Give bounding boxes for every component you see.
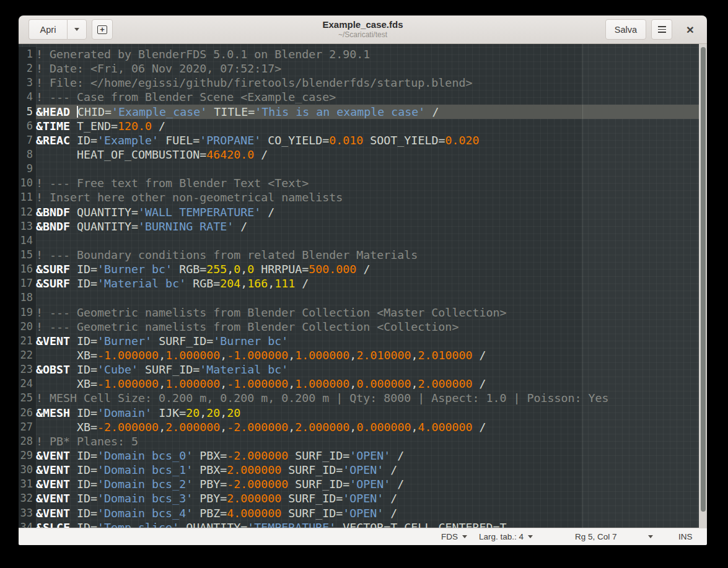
code-line[interactable]: 4! --- Case from Blender Scene <Example_… [19,90,707,104]
code-text: XB=-1.000000,1.000000,-1.000000,1.000000… [36,377,707,391]
code-text: &OBST ID='Cube' SURF_ID='Material bc' [36,362,707,377]
code-line[interactable]: 14 [19,234,707,248]
code-line[interactable]: 3! File: </home/egissi/github/firetools/… [19,76,707,90]
line-number: 5 [19,105,36,119]
headerbar: Apri + Example_case.fds ~/Scaricati/test… [19,15,707,44]
code-text: &VENT ID='Domain bcs_4' PBZ=4.000000 SUR… [36,506,707,520]
code-text: ! --- Geometric namelists from Blender C… [36,305,707,320]
tab-width-label: Larg. tab.: 4 [479,532,524,541]
line-number: 32 [19,491,36,505]
code-text: &REAC ID='Example' FUEL='PROPANE' CO_YIE… [36,133,707,147]
code-line[interactable]: 33&VENT ID='Domain bcs_4' PBZ=4.000000 S… [19,506,707,520]
code-line[interactable]: 18 [19,291,707,305]
title-block: Example_case.fds ~/Scaricati/test [19,19,707,40]
line-number: 33 [19,506,36,520]
code-text: &BNDF QUANTITY='WALL TEMPERATURE' / [36,205,707,219]
code-text: XB=-1.000000,1.000000,-1.000000,1.000000… [36,348,707,362]
line-number: 19 [19,305,36,320]
code-line[interactable]: 23&OBST ID='Cube' SURF_ID='Material bc' [19,362,707,377]
code-line[interactable]: 34&SLCF ID='Temp slice' QUANTITY='TEMPER… [19,520,707,528]
code-line[interactable]: 6&TIME T_END=120.0 / [19,119,707,133]
code-line[interactable]: 32&VENT ID='Domain bcs_3' PBY=2.000000 S… [19,491,707,505]
line-number: 4 [19,90,36,104]
code-text: &MESH ID='Domain' IJK=20,20,20 [36,406,707,420]
code-text: &VENT ID='Domain bcs_0' PBX=-2.000000 SU… [36,448,707,463]
open-button[interactable]: Apri [29,19,67,40]
line-number: 28 [19,434,36,448]
text-editor-window: Apri + Example_case.fds ~/Scaricati/test… [19,15,707,545]
chevron-down-icon [462,535,467,538]
scrollbar-thumb[interactable] [701,47,706,512]
close-icon: × [686,23,694,36]
line-number: 1 [19,47,36,61]
statusbar: FDS Larg. tab.: 4 Rg 5, Col 7 INS [19,528,707,545]
position-dropdown[interactable] [648,528,653,545]
code-line[interactable]: 25! MESH Cell Size: 0.200 m, 0.200 m, 0.… [19,391,707,405]
code-line[interactable]: 20! --- Geometric namelists from Blender… [19,320,707,334]
save-button[interactable]: Salva [605,19,646,40]
code-line[interactable]: 10! --- Free text from Blender Text <Tex… [19,176,707,190]
code-line[interactable]: 9 [19,162,707,176]
line-number: 22 [19,348,36,362]
code-text: &SURF ID='Material bc' RGB=204,166,111 / [36,276,707,291]
language-selector[interactable]: FDS [441,528,467,545]
code-text: ! MESH Cell Size: 0.200 m, 0.200 m, 0.20… [36,391,707,405]
code-line[interactable]: 27 XB=-2.000000,2.000000,-2.000000,2.000… [19,420,707,434]
code-line[interactable]: 17&SURF ID='Material bc' RGB=204,166,111… [19,276,707,291]
code-line[interactable]: 24 XB=-1.000000,1.000000,-1.000000,1.000… [19,377,707,391]
code-line[interactable]: 13&BNDF QUANTITY='BURNING RATE' / [19,219,707,234]
code-text: ! --- Geometric namelists from Blender C… [36,320,707,334]
code-line[interactable]: 31&VENT ID='Domain bcs_2' PBY=-2.000000 … [19,477,707,491]
line-number: 27 [19,420,36,434]
code-line[interactable]: 30&VENT ID='Domain bcs_1' PBX=2.000000 S… [19,463,707,477]
close-button[interactable]: × [681,19,699,40]
editor[interactable]: 1! Generated by BlenderFDS 5.0.1 on Blen… [19,44,707,528]
cursor-position[interactable]: Rg 5, Col 7 [575,528,617,545]
line-number: 8 [19,147,36,162]
line-number: 21 [19,334,36,348]
line-number: 30 [19,463,36,477]
code-line[interactable]: 7&REAC ID='Example' FUEL='PROPANE' CO_YI… [19,133,707,147]
code-line[interactable]: 15! --- Boundary conditions from related… [19,248,707,262]
code-line[interactable]: 1! Generated by BlenderFDS 5.0.1 on Blen… [19,47,707,61]
line-number: 16 [19,262,36,276]
code-line[interactable]: 16&SURF ID='Burner bc' RGB=255,0,0 HRRPU… [19,262,707,276]
code-text: ! --- Case from Blender Scene <Example_c… [36,90,707,104]
code-line[interactable]: 19! --- Geometric namelists from Blender… [19,305,707,320]
line-number: 15 [19,248,36,262]
code-text: ! Generated by BlenderFDS 5.0.1 on Blend… [36,47,707,61]
line-number: 31 [19,477,36,491]
menu-button[interactable] [651,19,672,40]
open-dropdown-button[interactable] [67,19,87,40]
new-tab-button[interactable]: + [92,19,113,40]
open-split-button: Apri [29,19,87,40]
code-line[interactable]: 11! Insert here other non-geometrical na… [19,190,707,204]
hamburger-icon [658,26,666,33]
code-text: &SURF ID='Burner bc' RGB=255,0,0 HRRPUA=… [36,262,707,276]
code-line[interactable]: 5&HEAD CHID='Example_case' TITLE='This i… [19,105,707,119]
language-label: FDS [441,532,458,541]
code-text: &HEAD CHID='Example_case' TITLE='This is… [36,105,707,119]
code-lines: 1! Generated by BlenderFDS 5.0.1 on Blen… [19,44,707,528]
code-line[interactable]: 22 XB=-1.000000,1.000000,-1.000000,1.000… [19,348,707,362]
code-line[interactable]: 28! PB* Planes: 5 [19,434,707,448]
code-line[interactable]: 26&MESH ID='Domain' IJK=20,20,20 [19,406,707,420]
window-subtitle: ~/Scaricati/test [19,30,707,40]
chevron-down-icon [528,535,533,538]
line-number: 24 [19,377,36,391]
scrollbar[interactable] [699,44,707,528]
line-number: 26 [19,406,36,420]
code-line[interactable]: 29&VENT ID='Domain bcs_0' PBX=-2.000000 … [19,448,707,463]
code-line[interactable]: 21&VENT ID='Burner' SURF_ID='Burner bc' [19,334,707,348]
code-text: &SLCF ID='Temp slice' QUANTITY='TEMPERAT… [36,520,707,528]
code-line[interactable]: 12&BNDF QUANTITY='WALL TEMPERATURE' / [19,205,707,219]
code-line[interactable]: 2! Date: <Fri, 06 Nov 2020, 07:52:17> [19,61,707,76]
line-number: 11 [19,190,36,204]
code-text: ! File: </home/egissi/github/firetools/b… [36,76,707,90]
code-text: &VENT ID='Burner' SURF_ID='Burner bc' [36,334,707,348]
line-number: 25 [19,391,36,405]
code-line[interactable]: 8 HEAT_OF_COMBUSTION=46420.0 / [19,147,707,162]
insert-mode-indicator[interactable]: INS [678,528,693,545]
code-text: ! --- Free text from Blender Text <Text> [36,176,707,190]
tab-width-selector[interactable]: Larg. tab.: 4 [479,528,533,545]
